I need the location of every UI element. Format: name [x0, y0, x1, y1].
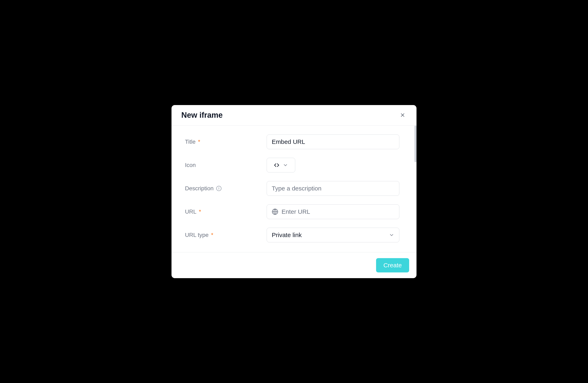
icon-field-row: Icon: [185, 158, 403, 173]
url-type-select[interactable]: Private link: [267, 228, 399, 242]
modal-body: Title* Icon Description: [171, 126, 417, 252]
url-label: URL*: [185, 208, 267, 215]
title-field-row: Title*: [185, 135, 403, 149]
code-icon: [274, 162, 279, 168]
description-label: Description: [185, 185, 267, 192]
close-icon: [400, 112, 405, 118]
description-input[interactable]: [267, 181, 399, 196]
required-asterisk: *: [199, 208, 201, 215]
icon-picker[interactable]: [267, 158, 295, 173]
description-field-row: Description: [185, 181, 403, 196]
url-field-row: URL*: [185, 204, 403, 219]
url-type-value: Private link: [272, 232, 302, 239]
modal-footer: Create: [171, 252, 417, 278]
modal-header: New iframe: [171, 105, 417, 126]
title-input[interactable]: [267, 135, 399, 149]
title-label: Title*: [185, 138, 267, 145]
required-asterisk: *: [211, 232, 213, 238]
url-input-wrapper: [267, 204, 399, 219]
chevron-down-icon: [389, 232, 394, 238]
close-button[interactable]: [399, 111, 407, 119]
icon-label: Icon: [185, 162, 267, 168]
scrollbar[interactable]: [415, 126, 417, 162]
url-input[interactable]: [282, 208, 394, 215]
create-button[interactable]: Create: [376, 258, 409, 272]
url-type-label: URL type*: [185, 232, 267, 238]
globe-icon: [272, 208, 278, 215]
modal-title: New iframe: [181, 111, 223, 120]
info-icon: [216, 186, 222, 191]
new-iframe-modal: New iframe Title* Icon: [171, 105, 417, 278]
required-asterisk: *: [198, 138, 200, 145]
url-type-field-row: URL type* Private link: [185, 228, 403, 242]
chevron-down-icon: [283, 162, 288, 168]
